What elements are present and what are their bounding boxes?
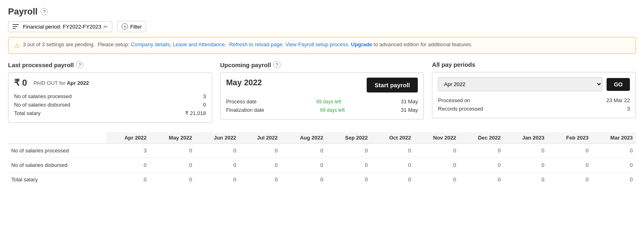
page-help-icon[interactable]: ? bbox=[41, 8, 48, 15]
table-header-jun2022: Jun 2022 bbox=[195, 132, 239, 144]
edit-icon: ✏ bbox=[103, 24, 108, 30]
filter-lines-icon bbox=[12, 24, 19, 29]
go-button[interactable]: GO bbox=[607, 78, 630, 91]
alert-icon: ⚠ bbox=[14, 42, 20, 49]
table-cell-0-3: 0 bbox=[239, 144, 281, 158]
table-cell-0-11: 0 bbox=[592, 144, 636, 158]
table-cell-2-4: 0 bbox=[281, 172, 326, 187]
process-date-label: Process date bbox=[226, 99, 257, 105]
finalization-date-row: Finalization date 69 days left 31 May bbox=[226, 106, 418, 114]
table-cell-0-0: 3 bbox=[106, 144, 150, 158]
table-cell-0-1: 0 bbox=[150, 144, 195, 158]
upcoming-month: May 2022 bbox=[226, 78, 262, 87]
table-cell-2-2: 0 bbox=[195, 172, 239, 187]
table-header-dec2022: Dec 2022 bbox=[459, 132, 504, 144]
table-cell-2-7: 0 bbox=[414, 172, 459, 187]
filter-button[interactable]: + Filter bbox=[117, 21, 146, 32]
all-periods-title: All pay periods bbox=[432, 61, 475, 68]
table-cell-2-11: 0 bbox=[592, 172, 636, 187]
table-header-apr2022: Apr 2022 bbox=[106, 132, 150, 144]
finalization-days-left: 69 days left bbox=[320, 107, 345, 113]
stat-row-3: Total salary ₹ 21,018 bbox=[14, 109, 206, 117]
stat-value-1: 3 bbox=[203, 93, 206, 99]
processed-on-row: Processed on 23 Mar 22 bbox=[438, 96, 630, 105]
alert-text: 3 out of 3 settings are pending. Please … bbox=[23, 41, 472, 47]
table-header-oct2022: Oct 2022 bbox=[371, 132, 414, 144]
table-cell-0-7: 0 bbox=[414, 144, 459, 158]
records-processed-row: Records processed 3 bbox=[438, 105, 630, 113]
stat-row-1: No of salaries processed 3 bbox=[14, 92, 206, 101]
table-cell-1-7: 0 bbox=[414, 158, 459, 172]
upgrade-suffix: to advanced edition for additional featu… bbox=[374, 41, 472, 47]
last-payroll-header: Last processed payroll ? bbox=[8, 61, 212, 68]
stat-label-1: No of salaries processed bbox=[14, 93, 72, 99]
periods-select-row: Apr 2022 May 2022 Jun 2022 Jul 2022 Aug … bbox=[438, 77, 630, 91]
paid-amount: ₹ 0 bbox=[14, 78, 27, 88]
table-cell-1-10: 0 bbox=[548, 158, 592, 172]
leave-attendance-link[interactable]: Leave and Attendance bbox=[173, 41, 225, 47]
table-cell-0-5: 0 bbox=[326, 144, 371, 158]
last-payroll-section: Last processed payroll ? ₹ 0 PAID OUT fo… bbox=[8, 61, 212, 123]
table-cell-1-11: 0 bbox=[592, 158, 636, 172]
start-payroll-button[interactable]: Start payroll bbox=[367, 78, 418, 92]
table-cell-2-10: 0 bbox=[548, 172, 592, 187]
upcoming-payroll-section: Upcoming payroll ? May 2022 Start payrol… bbox=[220, 61, 424, 123]
process-days-left: 69 days left bbox=[316, 99, 341, 105]
table-cell-0-10: 0 bbox=[548, 144, 592, 158]
table-header-jul2022: Jul 2022 bbox=[239, 132, 281, 144]
table-cell-1-8: 0 bbox=[459, 158, 504, 172]
table-cell-1-4: 0 bbox=[281, 158, 326, 172]
processed-on-value: 23 Mar 22 bbox=[606, 97, 630, 103]
all-periods-card: Apr 2022 May 2022 Jun 2022 Jul 2022 Aug … bbox=[432, 72, 636, 118]
sections-row: Last processed payroll ? ₹ 0 PAID OUT fo… bbox=[8, 61, 636, 123]
upcoming-payroll-title: Upcoming payroll bbox=[220, 62, 271, 68]
payroll-setup-link[interactable]: View Payroll setup process. bbox=[285, 41, 349, 47]
table-header-mar2023: Mar 2023 bbox=[592, 132, 636, 144]
all-periods-header: All pay periods bbox=[432, 61, 636, 68]
upcoming-help-icon[interactable]: ? bbox=[273, 61, 281, 68]
table-cell-2-9: 0 bbox=[504, 172, 548, 187]
table-row: Total salary000000000000 bbox=[8, 172, 636, 187]
table-header-empty bbox=[8, 132, 106, 144]
table-header-may2022: May 2022 bbox=[150, 132, 195, 144]
table-row: No of salaries disbursed000000000000 bbox=[8, 158, 636, 172]
stat-label-3: Total salary bbox=[14, 110, 41, 116]
table-cell-0-2: 0 bbox=[195, 144, 239, 158]
financial-period-button[interactable]: Financial period: FY2022-FY2023 ✏ bbox=[8, 21, 112, 32]
records-processed-value: 3 bbox=[627, 106, 630, 112]
company-details-link[interactable]: Company details bbox=[131, 41, 170, 47]
alert-banner: ⚠ 3 out of 3 settings are pending. Pleas… bbox=[8, 37, 636, 54]
table-header-sep2022: Sep 2022 bbox=[326, 132, 371, 144]
table-header-feb2023: Feb 2023 bbox=[548, 132, 592, 144]
page-title-row: Payroll ? bbox=[8, 6, 636, 17]
plus-circle-icon: + bbox=[122, 23, 128, 30]
table-cell-1-9: 0 bbox=[504, 158, 548, 172]
stat-row-2: No of salaries disbursed 0 bbox=[14, 101, 206, 109]
all-pay-periods-section: All pay periods Apr 2022 May 2022 Jun 20… bbox=[432, 61, 636, 123]
stat-value-3: ₹ 21,018 bbox=[185, 110, 206, 116]
table-cell-0-9: 0 bbox=[504, 144, 548, 158]
last-payroll-help-icon[interactable]: ? bbox=[76, 61, 83, 68]
table-cell-1-5: 0 bbox=[326, 158, 371, 172]
refresh-link[interactable]: Refresh to reload page. bbox=[229, 41, 284, 47]
upcoming-payroll-card: May 2022 Start payroll Process date 69 d… bbox=[220, 72, 424, 119]
table-cell-1-1: 0 bbox=[150, 158, 195, 172]
toolbar: Financial period: FY2022-FY2023 ✏ + Filt… bbox=[8, 21, 636, 32]
upgrade-link[interactable]: Upgrade bbox=[351, 41, 372, 47]
table-header-jan2023: Jan 2023 bbox=[504, 132, 548, 144]
stat-value-2: 0 bbox=[203, 102, 206, 108]
monthly-table: Apr 2022 May 2022 Jun 2022 Jul 2022 Aug … bbox=[8, 132, 636, 187]
table-row-label-1: No of salaries disbursed bbox=[8, 158, 106, 172]
finalization-date-label: Finalization date bbox=[226, 107, 264, 113]
table-cell-1-2: 0 bbox=[195, 158, 239, 172]
table-row-label-2: Total salary bbox=[8, 172, 106, 187]
page-title: Payroll bbox=[8, 6, 37, 17]
paid-label: PAID OUT for Apr 2022 bbox=[33, 80, 89, 86]
table-cell-0-4: 0 bbox=[281, 144, 326, 158]
table-row: No of salaries processed300000000000 bbox=[8, 144, 636, 158]
stat-label-2: No of salaries disbursed bbox=[14, 102, 70, 108]
upcoming-payroll-header: Upcoming payroll ? bbox=[220, 61, 424, 68]
period-select[interactable]: Apr 2022 May 2022 Jun 2022 Jul 2022 Aug … bbox=[438, 77, 603, 91]
table-cell-2-6: 0 bbox=[371, 172, 414, 187]
upcoming-actions-row: May 2022 Start payroll bbox=[226, 78, 418, 92]
